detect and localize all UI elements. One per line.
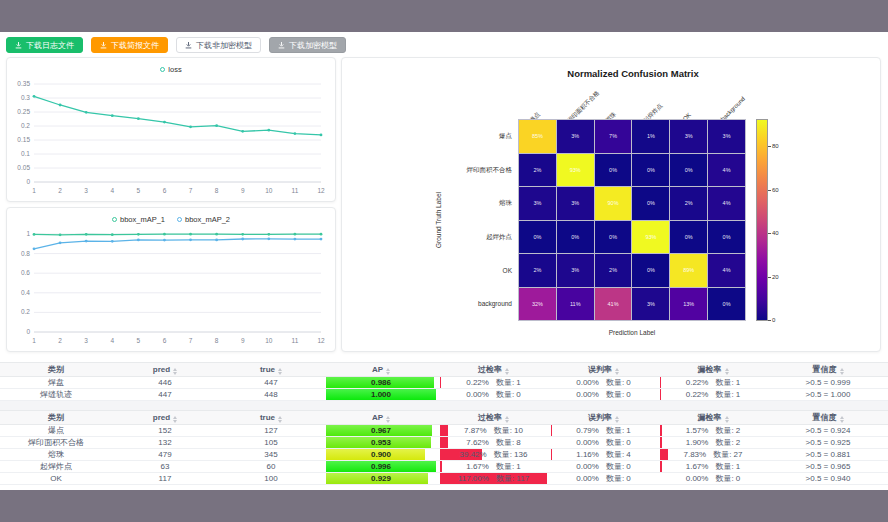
legend-item-loss[interactable]: loss bbox=[160, 65, 181, 74]
legend-item-bbox_mAP_1[interactable]: bbox_mAP_1 bbox=[112, 215, 165, 224]
col-mis-header[interactable]: 误判率 bbox=[549, 411, 658, 425]
cm-cell: 90% bbox=[595, 187, 632, 220]
rate-count: 数量: 0 bbox=[715, 473, 740, 484]
svg-text:10: 10 bbox=[265, 187, 273, 194]
svg-text:0.6: 0.6 bbox=[21, 269, 30, 276]
legend-item-bbox_mAP_2[interactable]: bbox_mAP_2 bbox=[177, 215, 230, 224]
col-miss-header[interactable]: 漏检率 bbox=[658, 411, 768, 425]
download-report-button[interactable]: 下载简报文件 bbox=[91, 37, 168, 53]
table-divider bbox=[0, 401, 888, 410]
rate-count: 数量: 0 bbox=[606, 461, 631, 472]
misjudge-cell: 0.00%数量: 0 bbox=[551, 461, 656, 472]
cm-cell: 2% bbox=[595, 254, 632, 287]
rate-count: 数量: 10 bbox=[494, 425, 523, 436]
col-pred-header[interactable]: pred bbox=[112, 363, 218, 377]
download-encrypted-model-button[interactable]: 下载加密模型 bbox=[269, 37, 346, 53]
cm-cell: 3% bbox=[632, 288, 669, 321]
rate-percent: 0.00% bbox=[576, 438, 599, 447]
overdetect-cell: 7.62%数量: 8 bbox=[440, 437, 547, 448]
svg-text:2: 2 bbox=[58, 337, 62, 344]
cm-cell: 89% bbox=[670, 254, 707, 287]
sort-icon[interactable] bbox=[840, 416, 844, 423]
sort-icon[interactable] bbox=[725, 416, 729, 423]
ap-cell: 0.986 bbox=[326, 377, 436, 388]
download-icon bbox=[185, 42, 192, 49]
cm-cell: 0% bbox=[670, 221, 707, 254]
cm-cell: 7% bbox=[595, 120, 632, 153]
rate-count: 数量: 8 bbox=[496, 437, 521, 448]
confidence-cell: >0.5 = 0.940 bbox=[768, 473, 888, 485]
rate-percent: 0.22% bbox=[466, 378, 489, 387]
cm-cell: 3% bbox=[519, 187, 556, 220]
ap-value: 1.000 bbox=[371, 390, 391, 399]
col-ap-header[interactable]: AP bbox=[324, 363, 438, 377]
svg-text:0.35: 0.35 bbox=[17, 80, 30, 87]
svg-text:5: 5 bbox=[137, 337, 141, 344]
cm-y-tick-label: OK bbox=[342, 267, 512, 274]
cm-cell: 4% bbox=[708, 254, 745, 287]
cm-yaxis-label: Ground Truth Label bbox=[435, 192, 442, 248]
table-row: 焊印面积不合格1321050.9537.62%数量: 80.00%数量: 01.… bbox=[0, 437, 888, 449]
sort-icon[interactable] bbox=[173, 416, 177, 423]
col-conf-header[interactable]: 置信度 bbox=[768, 363, 888, 377]
cm-cell: 0% bbox=[595, 221, 632, 254]
rate-percent: 0.00% bbox=[686, 474, 709, 483]
cm-cell: 13% bbox=[670, 288, 707, 321]
col-over-header[interactable]: 过检率 bbox=[438, 411, 549, 425]
ap-value: 0.929 bbox=[371, 474, 391, 483]
col-mis-header[interactable]: 误判率 bbox=[549, 363, 658, 377]
col-over-header[interactable]: 过检率 bbox=[438, 363, 549, 377]
download-unencrypted-model-button[interactable]: 下载非加密模型 bbox=[176, 37, 261, 53]
sort-icon[interactable] bbox=[173, 368, 177, 375]
sort-icon[interactable] bbox=[386, 416, 390, 423]
metrics-table-1: 类别predtrueAP过检率误判率漏检率置信度焊盘4464470.9860.2… bbox=[0, 362, 888, 401]
sort-icon[interactable] bbox=[278, 368, 282, 375]
col-conf-header[interactable]: 置信度 bbox=[768, 411, 888, 425]
true-cell: 127 bbox=[218, 425, 324, 437]
rate-percent: 7.62% bbox=[466, 438, 489, 447]
cm-y-tick-label: 熔珠 bbox=[342, 199, 512, 208]
missdetect-cell: 1.90%数量: 2 bbox=[660, 437, 766, 448]
sort-icon[interactable] bbox=[725, 368, 729, 375]
cm-cell: 85% bbox=[519, 120, 556, 153]
cm-cell: 3% bbox=[557, 120, 594, 153]
legend-label: bbox_mAP_1 bbox=[120, 215, 165, 224]
sort-icon[interactable] bbox=[386, 368, 390, 375]
true-cell: 60 bbox=[218, 461, 324, 473]
true-cell: 345 bbox=[218, 449, 324, 461]
rate-percent: 0.00% bbox=[576, 474, 599, 483]
rate-count: 数量: 0 bbox=[606, 389, 631, 400]
svg-text:0.2: 0.2 bbox=[21, 308, 30, 315]
misjudge-cell: 0.00%数量: 0 bbox=[551, 437, 656, 448]
rate-count: 数量: 1 bbox=[606, 425, 631, 436]
sort-icon[interactable] bbox=[615, 368, 619, 375]
legend-label: loss bbox=[168, 65, 181, 74]
sort-icon[interactable] bbox=[278, 416, 282, 423]
col-pred-header[interactable]: pred bbox=[112, 411, 218, 425]
sort-icon[interactable] bbox=[505, 416, 509, 423]
download-log-button[interactable]: 下载日志文件 bbox=[6, 37, 83, 53]
sort-icon[interactable] bbox=[615, 416, 619, 423]
col-true-header[interactable]: true bbox=[218, 411, 324, 425]
col-ap-header[interactable]: AP bbox=[324, 411, 438, 425]
col-miss-header[interactable]: 漏检率 bbox=[658, 363, 768, 377]
cm-cell: 0% bbox=[595, 154, 632, 187]
true-cell: 100 bbox=[218, 473, 324, 485]
colorbar-tick-label: 60 bbox=[772, 187, 779, 193]
rate-count: 数量: 27 bbox=[713, 449, 742, 460]
ap-value: 0.986 bbox=[371, 378, 391, 387]
svg-text:0.8: 0.8 bbox=[21, 250, 30, 257]
sort-icon[interactable] bbox=[840, 368, 844, 375]
cm-cell: 3% bbox=[708, 120, 745, 153]
dashboard-screen: { "colors": { "button_green": "#19be6b",… bbox=[0, 0, 888, 522]
ap-value: 0.900 bbox=[371, 450, 391, 459]
overdetect-cell: 1.67%数量: 1 bbox=[440, 461, 547, 472]
col-true-header[interactable]: true bbox=[218, 363, 324, 377]
table-row: OK1171000.929117.00%数量: 1170.00%数量: 00.0… bbox=[0, 473, 888, 485]
sort-icon[interactable] bbox=[505, 368, 509, 375]
svg-text:9: 9 bbox=[241, 187, 245, 194]
confidence-cell: >0.5 = 0.925 bbox=[768, 437, 888, 449]
legend-marker-icon bbox=[177, 217, 182, 222]
cm-y-tick-label: 爆点 bbox=[342, 132, 512, 141]
rate-percent: 0.00% bbox=[576, 390, 599, 399]
